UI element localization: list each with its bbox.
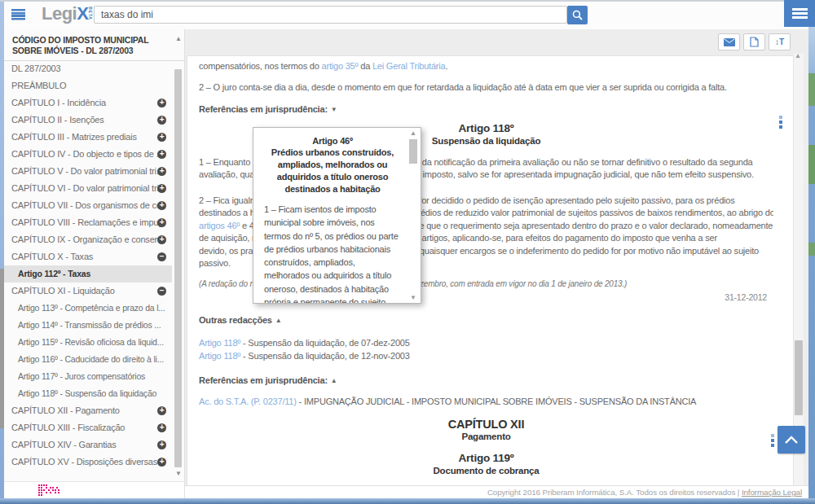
jurisprudence-toggle[interactable]: Referências em jurisprudência:▼ bbox=[199, 103, 773, 116]
expand-icon[interactable]: + bbox=[157, 235, 166, 244]
jurisprudence-entry: Ac. do S.T.A. (P. 0237/11) - IMPUGNAÇÃO … bbox=[199, 396, 773, 409]
content-scrollbar[interactable]: ▲ bbox=[794, 54, 804, 485]
sidebar-item-10[interactable]: CAPÍTULO IX - Organização e conserv.+ bbox=[4, 231, 172, 248]
sidebar-item-6[interactable]: CAPÍTULO V - Do valor patrimonial tri...… bbox=[4, 163, 172, 180]
legix-logo[interactable]: LegiXBETA bbox=[42, 3, 93, 24]
expand-icon[interactable]: + bbox=[157, 458, 166, 467]
sidebar-item-label: CAPÍTULO XIII - Fiscalização bbox=[11, 423, 125, 432]
inline-link[interactable]: Artigo 118º bbox=[199, 351, 240, 361]
priberam-logo bbox=[38, 484, 63, 496]
sidebar-item-20[interactable]: CAPÍTULO XII - Pagamento+ bbox=[4, 402, 172, 419]
copyright-text: Copyright 2016 Priberam Informática, S.A… bbox=[487, 488, 735, 497]
sidebar-item-label: CAPÍTULO II - Isenções bbox=[11, 115, 104, 125]
other-versions-toggle[interactable]: Outras redacções▲ bbox=[199, 314, 773, 327]
sidebar-item-label: CAPÍTULO IV - Do objecto e tipos de ... bbox=[11, 149, 163, 159]
inline-link[interactable]: artigos 46º bbox=[199, 221, 240, 230]
main-menu-button[interactable] bbox=[784, 0, 815, 27]
sidebar-item-3[interactable]: CAPÍTULO II - Isenções+ bbox=[4, 112, 172, 129]
sidebar-item-15[interactable]: Artigo 114º - Transmissão de prédios ... bbox=[4, 317, 172, 334]
sidebar-scrollbar[interactable] bbox=[174, 69, 182, 467]
sidebar-item-label: Artigo 117º - Juros compensatórios bbox=[18, 371, 145, 381]
sidebar-item-label: CAPÍTULO X - Taxas bbox=[11, 252, 93, 261]
expand-icon[interactable]: + bbox=[157, 423, 166, 432]
expand-icon[interactable]: + bbox=[157, 150, 166, 159]
search-match-marker bbox=[808, 145, 815, 184]
content-scrollbar-thumb[interactable] bbox=[795, 340, 803, 415]
expand-icon[interactable]: + bbox=[157, 406, 166, 415]
text-size-button[interactable]: ↕T bbox=[769, 33, 791, 50]
text-segment: - IMPUGNAÇÃO JUDICIAL - IMPOSTO MUNICIPA… bbox=[297, 397, 697, 406]
sidebar-item-13[interactable]: CAPÍTULO XI - Liquidação− bbox=[4, 283, 172, 300]
collapse-icon[interactable]: − bbox=[157, 287, 166, 296]
toc-list-icon[interactable] bbox=[11, 9, 25, 20]
scroll-up-icon[interactable]: ▲ bbox=[410, 129, 416, 137]
left-scroll-indicator bbox=[0, 269, 4, 428]
text-segment: passivo. bbox=[199, 258, 231, 268]
search-icon bbox=[572, 10, 583, 20]
article-119-subtitle: Documento de cobrança bbox=[199, 465, 773, 477]
window-right-scrollbar[interactable] bbox=[808, 2, 815, 498]
sidebar-item-label: Artigo 114º - Transmissão de prédios ... bbox=[18, 320, 161, 330]
sidebar-item-17[interactable]: Artigo 116º - Caducidade do direito à li… bbox=[4, 351, 172, 368]
sidebar-scroll-up-icon[interactable]: ▲ bbox=[175, 35, 182, 42]
text-segment: compensatórios, nos termos do bbox=[199, 61, 322, 71]
sidebar-item-11[interactable]: CAPÍTULO X - Taxas− bbox=[4, 248, 172, 265]
email-button[interactable] bbox=[718, 33, 740, 50]
sidebar-item-12[interactable]: Artigo 112º - Taxas bbox=[4, 265, 172, 283]
sidebar-item-18[interactable]: Artigo 117º - Juros compensatórios bbox=[4, 368, 172, 385]
sidebar-item-23[interactable]: CAPÍTULO XV - Disposições diversas+ bbox=[4, 454, 172, 471]
article-118-options-icon[interactable] bbox=[779, 116, 782, 129]
expand-icon[interactable]: + bbox=[157, 218, 166, 227]
inline-link[interactable]: Artigo 118º bbox=[199, 338, 240, 348]
sidebar-item-9[interactable]: CAPÍTULO VIII - Reclamações e impug.+ bbox=[4, 214, 172, 231]
expand-icon[interactable]: + bbox=[157, 201, 166, 210]
sidebar-title: CÓDIGO DO IMPOSTO MUNICIPAL SOBRE IMÓVEI… bbox=[4, 29, 184, 61]
sidebar: CÓDIGO DO IMPOSTO MUNICIPAL SOBRE IMÓVEI… bbox=[4, 29, 185, 498]
sidebar-scroll-down-icon[interactable]: ▼ bbox=[175, 470, 182, 477]
sidebar-item-0[interactable]: DL 287/2003 bbox=[4, 60, 172, 77]
sidebar-item-21[interactable]: CAPÍTULO XIII - Fiscalização+ bbox=[4, 419, 172, 436]
search-input[interactable] bbox=[94, 6, 567, 24]
tooltip-scrollbar-thumb[interactable] bbox=[409, 139, 417, 164]
sidebar-item-22[interactable]: CAPÍTULO XIV - Garantias+ bbox=[4, 436, 172, 454]
sidebar-item-16[interactable]: Artigo 115º - Revisão oficiosa da liquid… bbox=[4, 334, 172, 351]
expand-icon[interactable]: + bbox=[157, 99, 166, 107]
sidebar-item-label: CAPÍTULO IX - Organização e conserv. bbox=[11, 234, 163, 244]
sidebar-item-14[interactable]: Artigo 113º - Competência e prazo da l..… bbox=[4, 300, 172, 317]
sidebar-item-19[interactable]: Artigo 118º - Suspensão da liquidação bbox=[4, 385, 172, 402]
tooltip-scrollbar[interactable]: ▲ ▼ bbox=[408, 129, 419, 301]
expand-icon[interactable]: + bbox=[157, 167, 166, 176]
expand-icon[interactable]: + bbox=[157, 440, 166, 449]
inline-link[interactable]: artigo 35º bbox=[322, 61, 359, 71]
collapse-icon[interactable]: − bbox=[157, 252, 166, 261]
expand-icon[interactable]: + bbox=[157, 133, 166, 142]
sidebar-item-label: Artigo 116º - Caducidade do direito à li… bbox=[18, 354, 164, 364]
jurisprudence-label: Referências em jurisprudência: bbox=[199, 104, 328, 114]
sidebar-item-4[interactable]: CAPÍTULO III - Matrizes prediais+ bbox=[4, 129, 172, 146]
text-resize-icon: ↕T bbox=[775, 37, 784, 46]
sidebar-item-5[interactable]: CAPÍTULO IV - Do objecto e tipos de ...+ bbox=[4, 146, 172, 163]
inline-link[interactable]: Lei Geral Tributária bbox=[372, 61, 446, 71]
scroll-up-icon[interactable]: ▲ bbox=[795, 52, 801, 59]
document-icon bbox=[750, 37, 759, 47]
document-toolbar: ↕T bbox=[718, 33, 791, 50]
scroll-to-top-button[interactable] bbox=[778, 426, 805, 454]
sidebar-item-label: CAPÍTULO VIII - Reclamações e impug. bbox=[11, 217, 165, 227]
sidebar-item-label: CAPÍTULO XII - Pagamento bbox=[11, 405, 120, 415]
scroll-down-icon[interactable]: ▼ bbox=[410, 294, 416, 301]
sidebar-item-2[interactable]: CAPÍTULO I - Incidência+ bbox=[4, 94, 172, 112]
header-bar: LegiXBETA bbox=[4, 2, 808, 30]
search-button[interactable] bbox=[567, 6, 588, 24]
article-119-options-icon[interactable] bbox=[771, 434, 774, 447]
expand-icon[interactable]: + bbox=[157, 116, 166, 125]
legal-info-link[interactable]: Informação Legal bbox=[742, 488, 802, 497]
inline-link[interactable]: Ac. do S.T.A. (P. 0237/11) bbox=[199, 397, 297, 406]
sidebar-item-label: Artigo 112º - Taxas bbox=[18, 269, 90, 278]
sidebar-item-8[interactable]: CAPÍTULO VII - Dos organismos de co.+ bbox=[4, 197, 172, 214]
search-match-marker bbox=[808, 73, 815, 106]
sidebar-item-7[interactable]: CAPÍTULO VI - Do valor patrimonial tri.+ bbox=[4, 180, 172, 197]
sidebar-item-1[interactable]: PREÂMBULO bbox=[4, 77, 172, 94]
pdf-export-button[interactable] bbox=[743, 33, 765, 50]
expand-icon[interactable]: + bbox=[157, 184, 166, 193]
jurisprudence-toggle-2[interactable]: Referências em jurisprudência:▲ bbox=[199, 375, 773, 388]
